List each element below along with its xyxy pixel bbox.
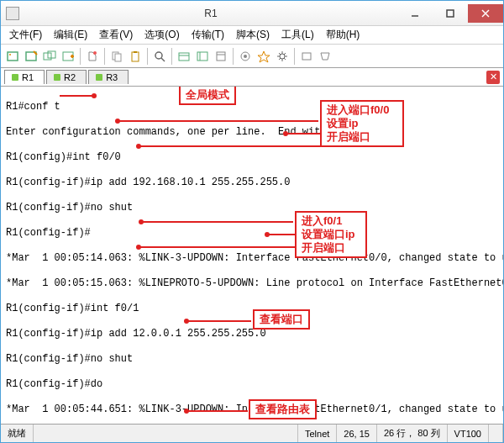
annotation-line: [60, 95, 93, 97]
menu-transfer[interactable]: 传输(T): [186, 26, 229, 44]
led-icon: [54, 74, 60, 81]
svg-rect-1: [447, 10, 454, 17]
toolbar-button-12[interactable]: [237, 48, 254, 65]
toolbar-button-5[interactable]: [84, 48, 101, 65]
term-line: R1(config-if)#do: [6, 378, 498, 391]
svg-point-12: [93, 51, 97, 55]
toolbar-button-2[interactable]: [23, 48, 39, 65]
tab-r2[interactable]: R2: [46, 70, 87, 84]
toolbar: [1, 45, 503, 68]
toolbar-search-button[interactable]: [151, 48, 168, 65]
toolbar-button-15[interactable]: [298, 48, 315, 65]
callout-line: 开启端口: [327, 130, 397, 144]
toolbar-separator: [171, 48, 172, 65]
toolbar-separator: [80, 48, 81, 65]
led-icon: [12, 74, 18, 81]
annotation-line: [142, 221, 293, 223]
status-ready: 就绪: [1, 425, 34, 442]
svg-point-26: [244, 55, 247, 58]
callout-f00: 进入端口f0/0 设置ip 开启端口: [320, 100, 404, 147]
annotation-dot: [184, 409, 189, 414]
term-line: R1(config-if)#no shut: [6, 353, 498, 366]
annotation-line: [118, 120, 318, 122]
svg-rect-19: [179, 53, 189, 61]
annotation-line: [286, 133, 320, 134]
annotation-line: [139, 246, 295, 248]
annotation-dot: [136, 144, 141, 149]
annotation-dot: [115, 119, 120, 124]
menu-tools[interactable]: 工具(L): [276, 26, 319, 44]
menu-options[interactable]: 选项(O): [139, 26, 184, 44]
toolbar-settings-button[interactable]: [274, 48, 291, 65]
tab-label: R1: [22, 72, 34, 82]
annotation-line: [268, 234, 295, 235]
titlebar: R1: [1, 1, 503, 26]
toolbar-button-11[interactable]: [213, 48, 229, 65]
term-line: Enter configuration commands, one per li…: [6, 126, 498, 139]
close-tab-button[interactable]: ✕: [486, 71, 500, 84]
callout-line: 设置端口ip: [302, 228, 360, 241]
term-line: R1(config-if)#ip add 12.0.0.1 255.255.25…: [6, 328, 498, 340]
annotation-dot: [92, 93, 97, 98]
callout-line: 开启端口: [302, 241, 360, 255]
svg-rect-15: [132, 52, 139, 61]
statusbar: 就绪 Telnet 26, 15 26 行， 80 列 VT100: [1, 424, 503, 442]
minimize-button[interactable]: [397, 4, 433, 23]
toolbar-button-1[interactable]: [4, 48, 21, 65]
callout-line: 进入端口f0/0: [327, 103, 397, 117]
annotation-dot: [283, 131, 288, 136]
window-buttons: [397, 4, 503, 23]
callout-line: 设置ip: [327, 117, 397, 130]
toolbar-button-3[interactable]: [41, 48, 58, 65]
window-title: R1: [24, 8, 397, 19]
status-protocol: Telnet: [298, 425, 337, 442]
menu-help[interactable]: 帮助(H): [321, 26, 365, 44]
svg-line-2: [482, 10, 489, 17]
menu-script[interactable]: 脚本(S): [231, 26, 275, 44]
toolbar-button-4[interactable]: [60, 48, 76, 65]
menu-view[interactable]: 查看(V): [94, 26, 138, 44]
toolbar-copy-button[interactable]: [108, 48, 125, 65]
toolbar-button-9[interactable]: [176, 48, 192, 65]
menubar: 文件(F) 编辑(E) 查看(V) 选项(O) 传输(T) 脚本(S) 工具(L…: [1, 26, 503, 45]
svg-line-3: [482, 10, 489, 17]
annotation-line: [187, 320, 251, 322]
svg-rect-23: [217, 52, 225, 61]
toolbar-button-16[interactable]: [317, 48, 333, 65]
toolbar-paste-button[interactable]: [127, 48, 144, 65]
term-line: *Mar 1 00:05:14.063: %LINK-3-UPDOWN: Int…: [6, 252, 498, 265]
toolbar-button-10[interactable]: [194, 48, 211, 65]
term-line: R1(config-if)#no shut: [6, 202, 498, 214]
callout-show-int: 查看端口: [253, 309, 310, 330]
callout-line: 进入f0/1: [302, 214, 360, 228]
terminal[interactable]: R1#conf t Enter configuration commands, …: [1, 87, 503, 423]
annotation-line: [187, 410, 248, 412]
toolbar-separator: [104, 48, 105, 65]
tab-label: R3: [106, 72, 118, 82]
svg-rect-28: [302, 53, 311, 60]
tab-r3[interactable]: R3: [88, 70, 129, 84]
status-size: 26 行， 80 列: [377, 425, 448, 442]
led-icon: [96, 74, 102, 81]
svg-point-5: [9, 54, 11, 55]
toolbar-separator: [294, 48, 295, 65]
tab-r1[interactable]: R1: [4, 70, 45, 84]
annotation-dot: [136, 245, 141, 250]
close-button[interactable]: [468, 4, 503, 23]
menu-file[interactable]: 文件(F): [4, 26, 47, 44]
term-line: R1#conf t: [6, 101, 498, 113]
maximize-button[interactable]: [433, 4, 468, 23]
svg-rect-14: [115, 54, 121, 61]
toolbar-button-13[interactable]: [255, 48, 272, 65]
menu-edit[interactable]: 编辑(E): [49, 26, 92, 44]
app-icon: [6, 7, 19, 20]
annotation-dot: [184, 319, 189, 324]
status-end: [489, 425, 503, 442]
svg-line-18: [161, 58, 165, 61]
svg-rect-4: [8, 52, 18, 61]
callout-global-mode: 全局模式: [179, 87, 236, 105]
svg-rect-21: [197, 52, 207, 61]
term-line: R1(config-if)#int f0/1: [6, 303, 498, 315]
annotation-dot: [139, 219, 144, 224]
status-cursor-pos: 26, 15: [337, 425, 377, 442]
